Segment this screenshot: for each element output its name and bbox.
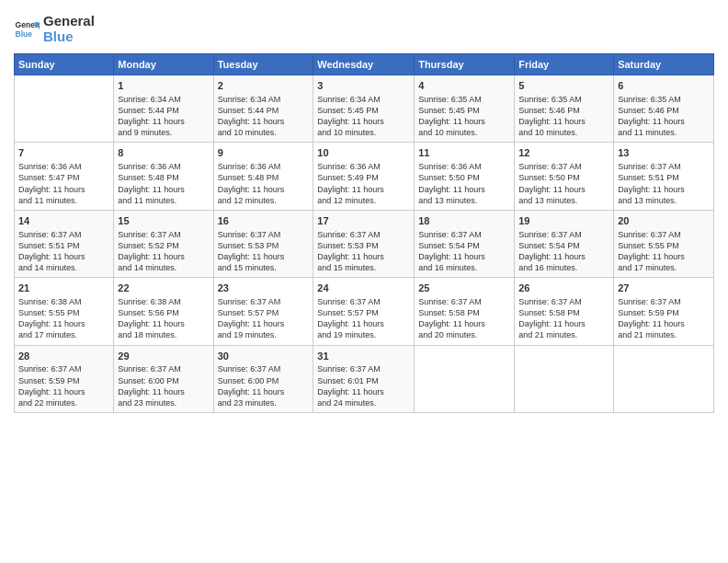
- day-info: Sunrise: 6:37 AM: [418, 229, 510, 240]
- day-info: Daylight: 11 hours: [418, 251, 510, 262]
- day-number: 19: [518, 214, 609, 228]
- day-number: 3: [317, 79, 410, 93]
- day-info: and 23 minutes.: [218, 397, 310, 408]
- day-info: and 17 minutes.: [18, 329, 109, 340]
- day-info: and 14 minutes.: [18, 262, 109, 273]
- day-info: Sunrise: 6:37 AM: [317, 363, 410, 374]
- day-info: Daylight: 11 hours: [218, 318, 310, 329]
- day-info: Sunset: 5:57 PM: [317, 307, 410, 318]
- day-info: Daylight: 11 hours: [118, 251, 209, 262]
- day-info: Sunset: 5:44 PM: [118, 105, 209, 116]
- day-info: Daylight: 11 hours: [18, 386, 109, 397]
- day-info: and 18 minutes.: [118, 329, 209, 340]
- day-number: 29: [118, 350, 209, 363]
- calendar-week-4: 28Sunrise: 6:37 AMSunset: 5:59 PMDayligh…: [15, 345, 714, 412]
- calendar-cell: 13Sunrise: 6:37 AMSunset: 5:51 PMDayligh…: [614, 143, 714, 210]
- calendar-cell: 7Sunrise: 6:36 AMSunset: 5:47 PMDaylight…: [15, 143, 114, 210]
- day-info: and 21 minutes.: [518, 329, 609, 340]
- day-info: Daylight: 11 hours: [518, 251, 609, 262]
- calendar-week-2: 14Sunrise: 6:37 AMSunset: 5:51 PMDayligh…: [15, 210, 714, 277]
- day-number: 5: [518, 79, 609, 93]
- day-info: Sunrise: 6:35 AM: [618, 94, 710, 105]
- day-info: Sunset: 5:46 PM: [518, 105, 609, 116]
- calendar-cell: 20Sunrise: 6:37 AMSunset: 5:55 PMDayligh…: [614, 210, 714, 277]
- calendar-cell: 17Sunrise: 6:37 AMSunset: 5:53 PMDayligh…: [313, 210, 415, 277]
- day-info: and 20 minutes.: [418, 329, 510, 340]
- day-info: Daylight: 11 hours: [618, 251, 710, 262]
- calendar-cell: 22Sunrise: 6:38 AMSunset: 5:56 PMDayligh…: [114, 278, 213, 345]
- day-info: Daylight: 11 hours: [518, 318, 609, 329]
- day-info: Sunset: 5:48 PM: [218, 172, 310, 183]
- day-number: 31: [317, 350, 410, 363]
- calendar-cell: 15Sunrise: 6:37 AMSunset: 5:52 PMDayligh…: [114, 210, 213, 277]
- day-info: Daylight: 11 hours: [317, 318, 410, 329]
- day-number: 15: [118, 214, 209, 228]
- day-info: and 11 minutes.: [618, 127, 710, 138]
- day-info: Sunrise: 6:36 AM: [118, 161, 209, 172]
- day-info: Sunset: 5:45 PM: [317, 105, 410, 116]
- day-info: Sunrise: 6:34 AM: [317, 94, 410, 105]
- day-info: and 11 minutes.: [118, 195, 209, 206]
- day-info: Sunrise: 6:37 AM: [418, 296, 510, 307]
- day-info: and 17 minutes.: [618, 262, 710, 273]
- calendar-cell: 6Sunrise: 6:35 AMSunset: 5:46 PMDaylight…: [614, 75, 714, 143]
- day-info: Sunset: 5:46 PM: [618, 105, 710, 116]
- header-cell-monday: Monday: [114, 54, 213, 75]
- day-info: Daylight: 11 hours: [317, 386, 410, 397]
- day-info: and 22 minutes.: [18, 397, 109, 408]
- day-info: Daylight: 11 hours: [118, 318, 209, 329]
- day-info: and 16 minutes.: [418, 262, 510, 273]
- day-info: Daylight: 11 hours: [618, 184, 710, 195]
- day-info: Sunrise: 6:35 AM: [518, 94, 609, 105]
- day-info: Sunrise: 6:37 AM: [618, 229, 710, 240]
- calendar-cell: [515, 345, 614, 412]
- day-info: Daylight: 11 hours: [418, 318, 510, 329]
- day-info: and 12 minutes.: [218, 195, 310, 206]
- day-number: 11: [418, 146, 510, 160]
- day-info: Sunrise: 6:37 AM: [317, 296, 410, 307]
- day-info: Daylight: 11 hours: [218, 251, 310, 262]
- calendar-cell: [15, 75, 114, 143]
- day-info: Sunset: 5:50 PM: [418, 172, 510, 183]
- calendar-cell: 3Sunrise: 6:34 AMSunset: 5:45 PMDaylight…: [313, 75, 415, 143]
- logo-general: General: [43, 14, 95, 29]
- calendar-cell: 2Sunrise: 6:34 AMSunset: 5:44 PMDaylight…: [213, 75, 313, 143]
- day-number: 21: [18, 282, 109, 295]
- calendar-header: SundayMondayTuesdayWednesdayThursdayFrid…: [15, 54, 714, 75]
- calendar-cell: 12Sunrise: 6:37 AMSunset: 5:50 PMDayligh…: [515, 143, 614, 210]
- day-info: Daylight: 11 hours: [218, 116, 310, 127]
- day-info: Sunrise: 6:37 AM: [18, 363, 109, 374]
- day-info: Daylight: 11 hours: [118, 386, 209, 397]
- day-info: Daylight: 11 hours: [518, 116, 609, 127]
- header-cell-sunday: Sunday: [15, 54, 114, 75]
- day-info: and 15 minutes.: [218, 262, 310, 273]
- day-info: Sunrise: 6:37 AM: [618, 161, 710, 172]
- day-info: Daylight: 11 hours: [118, 184, 209, 195]
- day-info: and 24 minutes.: [317, 397, 410, 408]
- day-info: Sunrise: 6:36 AM: [317, 161, 410, 172]
- day-info: Sunset: 5:54 PM: [418, 240, 510, 251]
- calendar-cell: 31Sunrise: 6:37 AMSunset: 6:01 PMDayligh…: [313, 345, 415, 412]
- header-cell-thursday: Thursday: [415, 54, 515, 75]
- day-info: Daylight: 11 hours: [317, 184, 410, 195]
- day-number: 8: [118, 146, 209, 160]
- day-info: Sunset: 6:00 PM: [118, 375, 209, 386]
- day-info: Sunrise: 6:37 AM: [218, 296, 310, 307]
- logo: General Blue General Blue: [14, 14, 95, 44]
- day-info: Daylight: 11 hours: [18, 318, 109, 329]
- day-info: Daylight: 11 hours: [518, 184, 609, 195]
- day-number: 25: [418, 282, 510, 295]
- calendar-cell: 27Sunrise: 6:37 AMSunset: 5:59 PMDayligh…: [614, 278, 714, 345]
- header-row: SundayMondayTuesdayWednesdayThursdayFrid…: [15, 54, 714, 75]
- day-number: 28: [18, 350, 109, 363]
- day-info: Sunset: 5:53 PM: [317, 240, 410, 251]
- day-info: Sunrise: 6:36 AM: [18, 161, 109, 172]
- day-info: and 19 minutes.: [218, 329, 310, 340]
- calendar-cell: 18Sunrise: 6:37 AMSunset: 5:54 PMDayligh…: [415, 210, 515, 277]
- calendar-cell: 10Sunrise: 6:36 AMSunset: 5:49 PMDayligh…: [313, 143, 415, 210]
- day-number: 16: [218, 214, 310, 228]
- day-info: Daylight: 11 hours: [118, 116, 209, 127]
- day-info: Daylight: 11 hours: [317, 116, 410, 127]
- day-info: and 23 minutes.: [118, 397, 209, 408]
- day-info: and 10 minutes.: [218, 127, 310, 138]
